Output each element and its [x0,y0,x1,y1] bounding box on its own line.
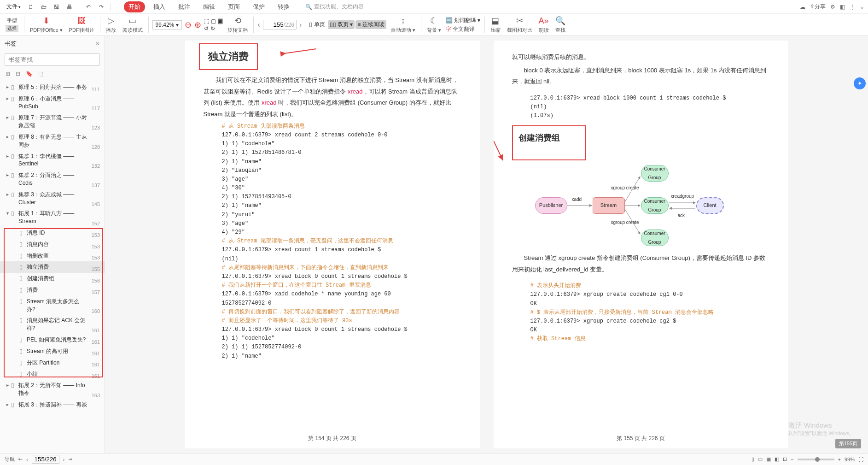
next-page-icon[interactable]: › [63,457,65,462]
next-page-icon[interactable]: › [299,21,302,29]
bookmark-item[interactable]: ▯小结161 [0,368,105,380]
page-right: 就可以继续消费后续的消息。 block 0 表示永远阻塞，直到消息到来，bloc… [494,41,788,448]
open-icon[interactable]: 🗁 [38,1,49,12]
actual-size-icon[interactable]: ▣ [218,18,223,24]
compress[interactable]: ⬓压缩 [489,15,502,35]
pdf-to-image[interactable]: 🖼PDF转图片 [67,15,96,35]
view-mode-2-icon[interactable]: ▭ [758,456,763,462]
tab-edit[interactable]: 编辑 [198,1,220,12]
expand-all-icon[interactable]: ⊞ [6,71,10,77]
bookmark-item[interactable]: ▸▯拓展 3：拾遗漏补 —— 再谈 [0,399,105,411]
bookmark-item[interactable]: ▸▯原理 6：小道消息 —— PubSub117 [0,93,105,112]
section-title: 独立消费 [208,47,249,66]
bookmark-item[interactable]: ▯PEL 如何避免消息丢失?161 [0,334,105,346]
fit-page-icon[interactable]: ▢ [211,18,216,24]
pdf-to-office[interactable]: ⬇PDF转Office ▾ [28,15,64,35]
rotate-doc[interactable]: ⟲旋转文档 [226,15,250,35]
continuous-read[interactable]: ≡ 连续阅读 [355,20,386,29]
bookmark-item[interactable]: ▾▯拓展 1：耳听八方 —— Stream152 [0,208,105,227]
more-icon[interactable]: ⋮ [850,4,855,10]
auto-scroll[interactable]: ↕自动滚动 ▾ [389,15,417,35]
tab-start[interactable]: 开始 [124,1,145,12]
bookmark-item[interactable]: ▸▯集群 1：李代桃僵 —— Sentinel132 [0,151,105,170]
zoom-out-icon[interactable]: ⊖ [185,20,192,30]
tab-convert[interactable]: 转换 [273,1,294,12]
crop-compare[interactable]: ✂截图和对比 [505,15,534,35]
rotate-left-icon[interactable]: ↺ [204,25,209,32]
single-page[interactable]: ▯ 单页 [307,20,326,29]
zoom-out-icon[interactable]: − [791,457,793,462]
tab-comment[interactable]: 批注 [174,1,195,12]
global-search[interactable]: 🔍 查找功能、文档内容 [305,3,364,11]
bookmark-item[interactable]: ▯Stream 的高可用161 [0,346,105,357]
full-translate[interactable]: 字 全文翻译 [446,25,481,33]
zoom-value[interactable]: 99% [845,457,855,462]
fit-icon[interactable]: ⊡ [783,456,787,462]
print-icon[interactable]: 🖶 [64,1,75,12]
bookmark-item[interactable]: ▯增删改查153 [0,250,105,262]
bookmark-search-input[interactable] [5,53,100,66]
main-tabs: 开始 插入 批注 编辑 页面 保护 转换 [124,1,294,12]
cloud-icon[interactable]: ☁ [800,4,805,10]
bookmark-item[interactable]: ▸▯拓展 2：无所不知 —— Info 指令163 [0,380,105,399]
file-menu[interactable]: 文件 ▾ [4,2,23,12]
select-mode[interactable]: 选择 [6,25,18,32]
find[interactable]: 🔍查找 [553,15,567,35]
view-mode-1-icon[interactable]: ▯ [751,456,754,462]
tab-protect[interactable]: 保护 [248,1,269,12]
collapse-all-icon[interactable]: ⊟ [16,71,20,77]
zoom-slider[interactable] [798,459,834,460]
first-page-icon[interactable]: ⇤ [18,456,23,462]
sidebar-close-icon[interactable]: ✕ [95,41,100,47]
bookmark-item[interactable]: ▯独立消费155 [0,261,105,273]
paragraph: block 0 表示永远阻塞，直到消息到来，block 1000 表示阻塞 1s… [512,65,770,88]
read-mode[interactable]: ▭阅读模式 [121,15,145,35]
prev-page-icon[interactable]: ‹ [26,457,28,462]
bookmark-item[interactable]: ▸▯集群 3：众志成城 —— Cluster145 [0,189,105,208]
bookmark-item[interactable]: ▸▯原理 8：有备无患 —— 主从同步128 [0,131,105,151]
bookmark-icon[interactable]: ⬚ [38,71,43,77]
assistant-float-button[interactable]: ✦ [854,77,866,89]
read-aloud[interactable]: A»朗读 [537,15,551,35]
fit-width-icon[interactable]: ⬚ [204,18,209,24]
bookmark-item[interactable]: ▸▯原理 5：同舟共济 —— 事务111 [0,82,105,93]
bookmark-item[interactable]: ▯消息内容153 [0,239,105,250]
background[interactable]: ☾背景 ▾ [425,15,443,35]
word-translate[interactable]: 🔤 划词翻译 ▾ [446,17,481,24]
zoom-combo[interactable]: 99.42% ▾ [152,20,182,29]
fullscreen-icon[interactable]: ⛶ [858,457,863,462]
bookmark-item[interactable]: ▯Stream 消息太多怎么办?160 [0,296,105,315]
share-button[interactable]: ⇪分享 [810,3,826,11]
undo-icon[interactable]: ↶ [83,1,94,12]
stream-diagram: Pusblisher Stream Consumer Group Consume… [512,165,770,248]
rotate-right-icon[interactable]: ↻ [210,25,215,32]
bookmark-item[interactable]: ▯消息如果忘记 ACK 会怎样?161 [0,315,105,334]
zoom-in-icon[interactable]: ⊕ [194,20,201,30]
prev-page-icon[interactable]: ‹ [257,21,260,29]
zoom-in-icon[interactable]: + [838,457,841,462]
double-page[interactable]: ▯▯ 双页 ▾ [328,20,355,29]
bookmark-item[interactable]: ▯创建消费组156 [0,273,105,284]
view-mode-3-icon[interactable]: ▦ [766,456,771,462]
bookmark-item[interactable]: ▸▯集群 2：分而治之 —— Codis137 [0,170,105,189]
bookmark-item[interactable]: ▯消息 ID153 [0,227,105,239]
page-input[interactable]: /226 [263,20,297,29]
new-icon[interactable]: 🗋 [25,1,36,12]
skin-icon[interactable]: ◧ [840,4,845,10]
bookmark-add-icon[interactable]: 🔖 [26,71,33,77]
tab-insert[interactable]: 插入 [149,1,170,12]
save-icon[interactable]: 🖫 [51,1,62,12]
bookmark-item[interactable]: ▯消费157 [0,284,105,296]
page-indicator[interactable]: 第155页 [835,439,861,448]
view-mode-4-icon[interactable]: ◧ [775,456,779,462]
redo-icon[interactable]: ↷ [96,1,107,12]
play-button[interactable]: ▷播放 [104,15,118,35]
status-page-input[interactable] [32,455,59,464]
bookmark-item[interactable]: ▯分区 Partition161 [0,357,105,369]
bookmark-item[interactable]: ▸▯原理 7：开源节流 —— 小对象压缩123 [0,112,105,131]
caret-icon[interactable]: ⌄ [860,4,864,10]
gear-icon[interactable]: ⚙ [830,4,835,10]
tab-page[interactable]: 页面 [223,1,245,12]
last-page-icon[interactable]: ⇥ [68,456,72,462]
hand-mode[interactable]: 手型 [7,17,17,24]
